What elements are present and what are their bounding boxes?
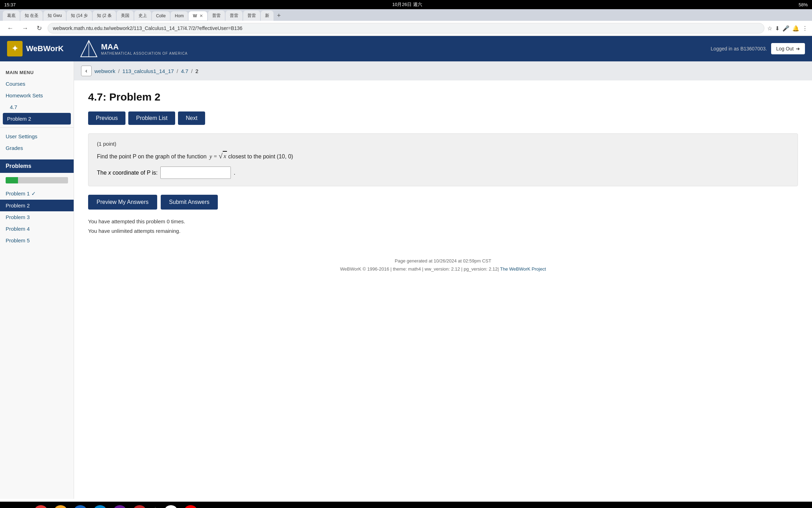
attempt-remaining: You have unlimited attempts remaining. <box>88 226 798 236</box>
webwork-logo: ✦ WeBWorK <box>7 41 64 56</box>
sidebar-item-4-7[interactable]: 4.7 <box>0 101 74 113</box>
yellow-app-icon[interactable]: 💬 <box>54 505 68 508</box>
sidebar: MAIN MENU Courses Homework Sets 4.7 Prob… <box>0 61 74 499</box>
logout-button[interactable]: Log Out ➜ <box>771 43 805 54</box>
logout-label: Log Out <box>776 46 794 52</box>
tab-bar: 葛底 知 在圣 知 Gwu 知 (14 乡 知 (2 条 美国 史上 Colle… <box>0 9 812 21</box>
maa-title: MAA <box>101 42 188 52</box>
youtube-icon[interactable]: ▶ <box>184 505 198 508</box>
problem-list-item-2[interactable]: Problem 2 <box>0 200 74 211</box>
blue-bubble-icon[interactable]: 💬 <box>93 505 107 508</box>
tab-6[interactable]: 美国 <box>117 11 134 21</box>
address-input[interactable] <box>48 23 764 34</box>
action-buttons: Preview My Answers Submit Answers <box>88 195 798 210</box>
forward-button[interactable]: → <box>19 23 31 34</box>
status-date: 10月26日 週六 <box>392 1 422 8</box>
next-button[interactable]: Next <box>178 111 205 125</box>
footer-generated: Page generated at 10/26/2024 at 02:59pm … <box>85 257 801 265</box>
breadcrumb-back-button[interactable]: ‹ <box>81 66 92 76</box>
tab-active[interactable]: W ✕ <box>189 11 207 20</box>
tab-4[interactable]: 知 (14 乡 <box>67 11 92 21</box>
google-icon[interactable]: G <box>164 505 178 508</box>
nav-buttons: Previous Problem List Next <box>88 111 798 125</box>
problem-title: 4.7: Problem 2 <box>88 91 798 103</box>
sidebar-item-user-settings[interactable]: User Settings <box>0 131 74 142</box>
maa-icon <box>80 40 98 58</box>
progress-bar-container <box>0 173 74 188</box>
submit-button[interactable]: Submit Answers <box>161 195 218 210</box>
reload-button[interactable]: ↻ <box>34 23 45 34</box>
android-app-icons: ⊞ 📱 💬 📅 💬 🔮 📷 G ▶ <box>14 505 198 508</box>
main-layout: MAIN MENU Courses Homework Sets 4.7 Prob… <box>0 61 812 499</box>
bookmark-icon[interactable]: ☆ <box>767 25 772 32</box>
breadcrumb-webwork[interactable]: webwork <box>94 68 115 74</box>
sqrt-expression: √x <box>219 150 227 162</box>
tab-1[interactable]: 葛底 <box>3 11 20 21</box>
tab-11[interactable]: 普雷 <box>208 11 225 21</box>
breadcrumb-set[interactable]: 4.7 <box>181 68 189 74</box>
problem-text: Find the point P on the graph of the fun… <box>97 150 789 162</box>
problem-input-row: The x coordinate of P is: . <box>97 167 789 179</box>
previous-button[interactable]: Previous <box>88 111 125 125</box>
download-icon[interactable]: ⬇ <box>775 25 780 32</box>
footer-copyright: WeBWorK © 1996-2016 | theme: math4 | ww_… <box>85 265 801 273</box>
tab-9[interactable]: Hom <box>171 11 188 20</box>
camera-app-icon[interactable]: 📷 <box>133 505 147 508</box>
footer-project-link[interactable]: The WeBWorK Project <box>500 266 546 272</box>
tab-7[interactable]: 史上 <box>134 11 151 21</box>
app-name: WeBWorK <box>26 44 64 53</box>
app-header: ✦ WeBWorK MAA MATHEMATICAL ASSOCIATION O… <box>0 36 812 61</box>
content-area: ‹ webwork / 113_calculus1_14_17 / 4.7 / … <box>74 61 812 499</box>
problem-content: 4.7: Problem 2 Previous Problem List Nex… <box>74 80 812 246</box>
tab-14[interactable]: 新 <box>261 11 273 21</box>
breadcrumb-course[interactable]: 113_calculus1_14_17 <box>122 68 174 74</box>
answer-input[interactable] <box>160 167 231 179</box>
problem-list-item-4[interactable]: Problem 4 <box>0 223 74 235</box>
progress-fill <box>6 177 18 183</box>
math-function: y = √x <box>208 153 228 159</box>
preview-button[interactable]: Preview My Answers <box>88 195 157 210</box>
address-bar: ← → ↻ ☆ ⬇ 🎤 🔔 ⋮ <box>0 21 812 36</box>
maa-logo: MAA MATHEMATICAL ASSOCIATION OF AMERICA <box>80 40 188 58</box>
status-battery: 58% <box>799 2 808 7</box>
notifications-icon[interactable]: 🔔 <box>792 25 799 32</box>
problem-list-item-3[interactable]: Problem 3 <box>0 211 74 223</box>
menu-icon[interactable]: ⋮ <box>802 25 808 32</box>
maa-text: MAA MATHEMATICAL ASSOCIATION OF AMERICA <box>101 42 188 55</box>
sidebar-item-problem-2[interactable]: Problem 2 <box>3 113 71 125</box>
input-label: The x coordinate of P is: <box>97 170 158 176</box>
breadcrumb: ‹ webwork / 113_calculus1_14_17 / 4.7 / … <box>74 61 812 80</box>
problem-points: (1 point) <box>97 141 789 147</box>
back-button[interactable]: ← <box>4 23 16 34</box>
status-bar: 15:37 10月26日 週六 58% <box>0 0 812 9</box>
blue-calendar-icon[interactable]: 📅 <box>73 505 87 508</box>
maa-subtitle: MATHEMATICAL ASSOCIATION OF AMERICA <box>101 52 188 55</box>
problem-list-button[interactable]: Problem List <box>128 111 175 125</box>
tab-13[interactable]: 普雷 <box>243 11 260 21</box>
attempt-count: You have attempted this problem 0 times. <box>88 217 798 226</box>
tab-2[interactable]: 知 在圣 <box>20 11 43 21</box>
purple-app-icon[interactable]: 🔮 <box>113 505 127 508</box>
tab-8[interactable]: Colle <box>152 11 170 20</box>
tab-3[interactable]: 知 Gwu <box>43 11 66 21</box>
sidebar-item-courses[interactable]: Courses <box>0 78 74 90</box>
problem-box: (1 point) Find the point P on the graph … <box>88 133 798 186</box>
new-tab-button[interactable]: + <box>274 11 284 21</box>
problem-list-item-1[interactable]: Problem 1 ✓ <box>0 188 74 200</box>
address-icons: ☆ ⬇ 🎤 🔔 ⋮ <box>767 25 808 32</box>
apps-grid-icon[interactable]: ⊞ <box>14 505 28 508</box>
microphone-icon[interactable]: 🎤 <box>782 25 789 32</box>
user-info: Logged in as B13607003. <box>711 46 767 52</box>
tab-12[interactable]: 普雷 <box>226 11 242 21</box>
logout-icon: ➜ <box>796 46 800 52</box>
red-app-icon[interactable]: 📱 <box>34 505 48 508</box>
sidebar-item-grades[interactable]: Grades <box>0 142 74 154</box>
status-time: 15:37 <box>4 2 16 7</box>
sidebar-item-homework-sets[interactable]: Homework Sets <box>0 90 74 101</box>
star-icon: ✦ <box>7 41 23 56</box>
tab-5[interactable]: 知 (2 条 <box>93 11 116 21</box>
problem-list-item-5[interactable]: Problem 5 <box>0 235 74 246</box>
period-after-input: . <box>234 170 235 176</box>
header-right: Logged in as B13607003. Log Out ➜ <box>711 43 805 54</box>
page-footer: Page generated at 10/26/2024 at 02:59pm … <box>74 246 812 284</box>
